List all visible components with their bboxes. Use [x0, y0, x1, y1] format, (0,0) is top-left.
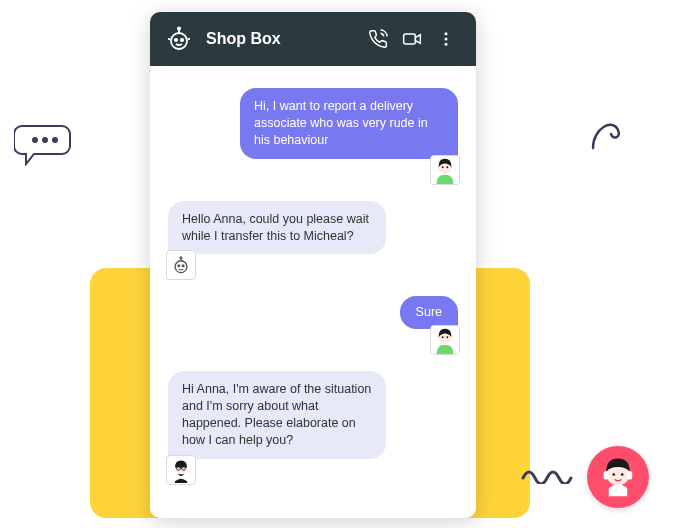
video-call-button[interactable] — [398, 25, 426, 53]
agent-avatar-icon — [592, 451, 644, 503]
bot-message-bubble: Hello Anna, could you please wait while … — [168, 201, 386, 255]
user-avatar-chip — [430, 155, 460, 185]
svg-point-23 — [446, 166, 448, 168]
user-message-bubble: Hi, I want to report a delivery associat… — [240, 88, 458, 159]
svg-point-28 — [180, 257, 182, 259]
svg-point-26 — [182, 265, 184, 267]
chat-window: Shop Box Hi, I want to report a deliv — [150, 12, 476, 518]
svg-rect-6 — [627, 471, 632, 479]
svg-point-24 — [175, 261, 187, 273]
svg-point-13 — [178, 27, 180, 29]
svg-point-17 — [445, 32, 448, 35]
svg-point-18 — [445, 38, 448, 41]
chat-title: Shop Box — [206, 30, 358, 48]
svg-point-11 — [181, 39, 183, 41]
more-options-button[interactable] — [432, 25, 460, 53]
svg-point-10 — [175, 39, 177, 41]
more-vertical-icon — [437, 30, 455, 48]
svg-point-32 — [446, 337, 448, 339]
svg-point-25 — [178, 265, 180, 267]
user-avatar-chip — [430, 325, 460, 355]
person-avatar-icon — [431, 156, 459, 184]
message-group: Hi Anna, I'm aware of the situation and … — [168, 371, 458, 459]
speech-bubble-icon — [14, 122, 76, 166]
svg-rect-5 — [604, 471, 609, 479]
bot-avatar-icon — [170, 254, 192, 276]
svg-point-31 — [442, 337, 444, 339]
phone-icon — [368, 29, 388, 49]
svg-rect-16 — [404, 34, 416, 44]
agent-avatar-icon — [168, 457, 194, 483]
squiggle-icon — [583, 108, 633, 158]
message-group: Sure — [168, 296, 458, 329]
bot-icon — [166, 26, 192, 52]
svg-point-19 — [445, 43, 448, 46]
svg-point-0 — [33, 138, 37, 142]
chat-header: Shop Box — [150, 12, 476, 66]
message-group: Hi, I want to report a delivery associat… — [168, 88, 458, 159]
wavy-line-icon — [521, 464, 581, 484]
svg-point-9 — [171, 33, 187, 49]
bot-avatar-chip — [166, 250, 196, 280]
voice-call-button[interactable] — [364, 25, 392, 53]
chat-body: Hi, I want to report a delivery associat… — [150, 66, 476, 518]
agent-avatar-badge[interactable] — [587, 446, 649, 508]
message-group: Hello Anna, could you please wait while … — [168, 201, 458, 255]
video-icon — [402, 29, 422, 49]
agent-avatar-chip — [166, 455, 196, 485]
svg-point-22 — [442, 166, 444, 168]
svg-point-1 — [43, 138, 47, 142]
svg-point-8 — [621, 473, 624, 476]
agent-message-bubble: Hi Anna, I'm aware of the situation and … — [168, 371, 386, 459]
svg-point-7 — [612, 473, 615, 476]
svg-point-2 — [53, 138, 57, 142]
person-avatar-icon — [431, 326, 459, 354]
